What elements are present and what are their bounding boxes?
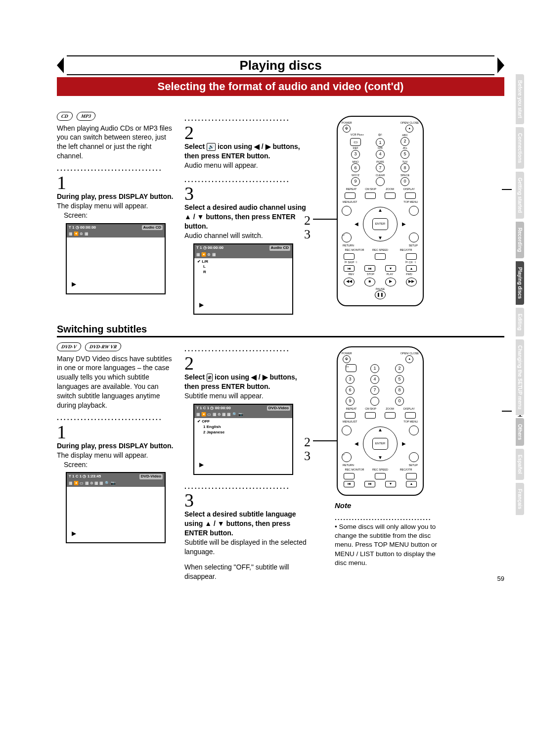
step-text: The display menu will appear. xyxy=(57,201,176,211)
dpad: ▲ ▼ ◀ ▶ ENTER ↩ xyxy=(342,206,419,242)
screen-header-text: T 1 C 1 ◷ 00:00:00 xyxy=(196,406,231,411)
step-text: Subtitle menu will appear. xyxy=(184,391,313,401)
step-number: 2 xyxy=(184,123,313,142)
disc-type-badge: DVD-Video xyxy=(267,406,290,411)
divider-dots: ............................... xyxy=(57,164,176,173)
step-number: 3 xyxy=(184,184,313,203)
step-text: Audio menu will appear. xyxy=(184,161,313,170)
arrow-up-icon: ▲ xyxy=(378,207,383,214)
subtitle-icon: ⎚ xyxy=(207,374,213,381)
screen-preview: T 1 ◷ 00:00:00 Audio CD ▦ ◀️ ⊜ ▦ L/R L R… xyxy=(193,243,293,315)
screen-icon-row: ▦ ◀️ ▭ ▦ ⊜ ▦ ▦ 🔍 📷 xyxy=(194,412,292,418)
dpad: ▲▼◀▶ ENTER ↩ xyxy=(342,425,419,462)
page-title: Playing discs xyxy=(239,58,321,73)
chevron-right-icon xyxy=(497,57,504,73)
step-number: 2 xyxy=(184,354,313,373)
callout-3: 3 xyxy=(304,226,311,243)
step-heading: During play, press DISPLAY button. xyxy=(57,192,176,201)
tab-connections: Connections xyxy=(516,127,524,169)
format-dvdrw-icon: DVD-RW VR xyxy=(84,342,122,351)
tab-francais: Français xyxy=(516,483,524,515)
intro-text: Many DVD Video discs have subtitles in o… xyxy=(57,354,176,410)
play-icon: ▶ xyxy=(72,280,76,288)
eject-icon: ▲ xyxy=(405,355,413,363)
play-icon: ▶ xyxy=(72,529,76,537)
note-title: Note xyxy=(335,501,444,511)
numpad: ▭1ABC2 xyxy=(346,138,415,147)
remote-diagram: POWER⏻ OPEN/ CLOSE▲ ▭ 1 2 3 4 5 6 7 8 9 xyxy=(337,346,424,496)
tab-before-you-start: Before you start xyxy=(516,74,524,124)
tab-recording: Recording xyxy=(516,222,524,258)
screen-icon-row: ▦ ◀️ ▭ ▦ ⊜ ▦ ▦ 🔍 📷 xyxy=(67,480,165,487)
disc-type-badge: Audio CD xyxy=(142,225,163,231)
screen-icon-row: ▦ ◀️ ⊜ ▦ xyxy=(67,231,165,237)
step-heading: During play, press DISPLAY button. xyxy=(57,441,176,451)
screen-header-text: T 1 C 1 ◷ 1:23:45 xyxy=(69,474,101,479)
step-heading: Select 🔊 icon using ◀ / ▶ buttons, then … xyxy=(184,142,313,161)
eject-icon: ▲ xyxy=(405,125,413,133)
screen-label: Screen: xyxy=(64,460,176,470)
audio-channel-list: L/R L R xyxy=(194,258,292,276)
screen-preview: T 1 C 1 ◷ 1:23:45 DVD-Video ▦ ◀️ ▭ ▦ ⊜ ▦… xyxy=(66,472,166,543)
subsection-title: Switching subtitles xyxy=(57,324,504,335)
play-icon: ▶ xyxy=(199,461,204,469)
format-cd-icon: CD xyxy=(56,112,73,121)
note-body: • Some discs will only allow you to chan… xyxy=(335,522,444,567)
play-icon: ▶ xyxy=(199,301,204,309)
disc-type-badge: Audio CD xyxy=(269,245,290,251)
divider xyxy=(57,336,504,337)
step-heading: Select ⎚ icon using ◀ / ▶ buttons, then … xyxy=(184,373,313,391)
screen-preview: T 1 ◷ 00:00:00 Audio CD ▦ ◀️ ⊜ ▦ ▶ xyxy=(66,223,166,294)
enter-button: ENTER xyxy=(372,218,388,230)
section-subtitle: Selecting the format of audio and video … xyxy=(57,77,504,96)
divider-dots: ............................... xyxy=(57,413,176,423)
format-mp3-icon: MP3 xyxy=(76,112,96,121)
tab-getting-started: Getting started xyxy=(516,172,524,219)
audio-icon: 🔊 xyxy=(207,143,216,151)
screen-header-text: T 1 ◷ 00:00:00 xyxy=(196,245,223,251)
step-text: Subtitle will be displayed in the select… xyxy=(184,538,313,557)
chevron-left-icon xyxy=(57,57,64,73)
divider-dots: ............................... xyxy=(184,114,313,123)
title-banner: Playing discs Selecting the format of au… xyxy=(57,54,504,96)
screen-preview: T 1 C 1 ◷ 00:00:00 DVD-Video ▦ ◀️ ▭ ▦ ⊜ … xyxy=(193,404,293,475)
tab-others: Others xyxy=(516,418,524,446)
format-dvdv-icon: DVD-V xyxy=(56,342,82,351)
remote-diagram: POWER⏻ OPEN/ CLOSE▲ VCR Plus+@/: ▭1ABC2 … xyxy=(337,116,424,306)
step-number: 1 xyxy=(57,423,176,441)
tab-espanol: Español xyxy=(516,449,524,480)
divider-dots: ............................... xyxy=(184,344,313,354)
arrow-down-icon: ▼ xyxy=(378,235,383,241)
disc-type-badge: DVD-Video xyxy=(139,474,163,479)
intro-text: When playing Audio CDs or MP3 files you … xyxy=(57,124,176,161)
power-icon: ⏻ xyxy=(343,355,351,363)
screen-header-text: T 1 ◷ 00:00:00 xyxy=(69,225,96,231)
step-number: 1 xyxy=(57,173,176,192)
step-heading: Select a desired subtitle language using… xyxy=(184,510,313,538)
callout-3: 3 xyxy=(304,447,311,465)
screen-label: Screen: xyxy=(64,211,176,220)
divider-dots: ............................... xyxy=(184,175,313,185)
note-box: Note .................................. … xyxy=(332,501,446,568)
arrow-left-icon: ◀ xyxy=(355,221,358,228)
power-icon: ⏻ xyxy=(343,125,351,133)
step-text: The display menu will appear. xyxy=(57,451,176,460)
step-number: 3 xyxy=(184,491,313,510)
step-text: Audio channel will switch. xyxy=(184,231,313,240)
divider-dots: ............................... xyxy=(184,482,313,491)
step-heading: Select a desired audio channel using ▲ /… xyxy=(184,203,313,231)
tab-setup-menu: Changing the SETUP menu xyxy=(516,339,524,415)
arrow-right-icon: ▶ xyxy=(402,221,406,228)
side-tabs: Before you start Connections Getting sta… xyxy=(516,74,524,518)
tab-playing-discs: Playing discs xyxy=(516,261,524,305)
screen-icon-row: ▦ ◀️ ⊜ ▦ xyxy=(194,252,292,258)
page-number: 59 xyxy=(497,575,504,582)
step-extra: When selecting "OFF," subtitle will disa… xyxy=(184,563,313,581)
subtitle-list: OFF 1 English 2 Japanese xyxy=(194,418,292,436)
tab-editing: Editing xyxy=(516,308,524,336)
